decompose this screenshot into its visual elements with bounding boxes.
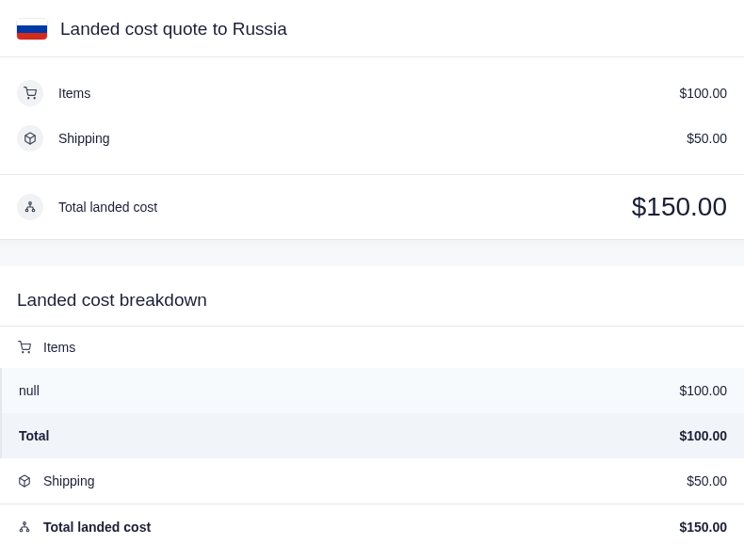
landed-cost-page: Landed cost quote to Russia Items $100.0… [0,0,744,550]
svg-point-1 [34,98,35,99]
breakdown-shipping-row: Shipping $50.00 [0,458,744,504]
breakdown-header: Landed cost breakdown [0,267,744,326]
total-value: $150.00 [632,192,727,222]
breakdown-title: Landed cost breakdown [17,290,727,311]
page-title: Landed cost quote to Russia [60,19,287,40]
breakdown-total-label: Total landed cost [43,520,151,535]
summary-shipping-value: $50.00 [687,131,727,146]
box-icon [17,125,43,152]
breakdown-shipping-label: Shipping [43,473,95,488]
breakdown-section: Items null $100.00 Total $100.00 Shippin… [0,327,744,550]
breakdown-items-total-value: $100.00 [679,428,727,443]
breakdown-items-total-row: Total $100.00 [2,413,744,458]
breakdown-shipping-value: $50.00 [687,473,727,488]
total-section: Total landed cost $150.00 [0,175,744,239]
svg-point-0 [28,98,29,99]
breakdown-items-subrows: null $100.00 Total $100.00 [0,368,744,458]
breakdown-items-total-label: Total [19,428,49,443]
summary-items-row: Items $100.00 [17,71,727,116]
box-icon [17,473,32,488]
breakdown-item-line: null $100.00 [2,368,744,413]
cart-icon [17,80,43,106]
svg-point-7 [28,352,29,353]
hierarchy-icon [17,194,43,220]
svg-point-6 [23,352,24,353]
quote-header: Landed cost quote to Russia [0,0,744,56]
breakdown-items-row: Items [0,327,744,368]
section-gap [0,239,744,267]
flag-russia-icon [17,19,47,40]
breakdown-item-label: null [19,383,40,398]
summary-items-value: $100.00 [679,86,727,101]
summary-items-label: Items [58,86,90,101]
total-label: Total landed cost [58,200,157,215]
summary-shipping-row: Shipping $50.00 [17,116,727,161]
breakdown-item-value: $100.00 [679,383,727,398]
breakdown-items-label: Items [43,340,75,355]
breakdown-total-row: Total landed cost $150.00 [0,504,744,550]
breakdown-total-value: $150.00 [679,520,727,535]
cart-icon [17,340,32,355]
hierarchy-icon [17,520,32,535]
summary-shipping-label: Shipping [58,131,110,146]
summary-section: Items $100.00 Shipping $50.00 [0,57,744,174]
